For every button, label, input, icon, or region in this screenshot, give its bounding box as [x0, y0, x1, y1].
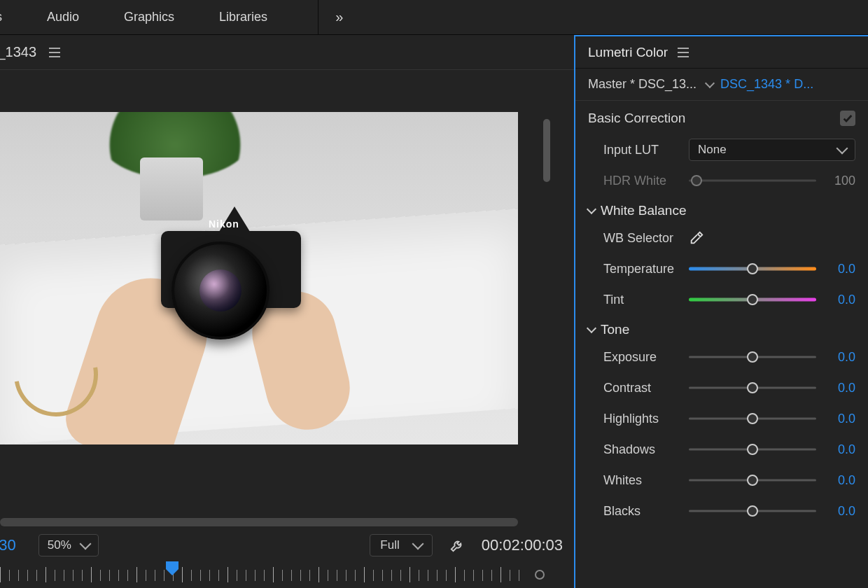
- tone-row-highlights: Highlights 0.0: [588, 403, 855, 434]
- tone-row-shadows: Shadows 0.0: [588, 434, 855, 465]
- highlights-label: Highlights: [588, 412, 680, 426]
- settings-wrench-icon[interactable]: [449, 538, 465, 553]
- contrast-label: Contrast: [588, 381, 680, 396]
- shadows-value[interactable]: 0.0: [825, 442, 855, 457]
- program-monitor-controls: 4:30 50% Full 00:02:00:03: [0, 528, 574, 563]
- workspace-tab-effects[interactable]: cts: [0, 10, 24, 24]
- blacks-value[interactable]: 0.0: [825, 504, 855, 519]
- temperature-value[interactable]: 0.0: [825, 262, 855, 276]
- camera-brand-text: Nikon: [209, 218, 239, 230]
- workspace-overflow-button[interactable]: »: [318, 9, 360, 25]
- input-lut-label: Input LUT: [588, 143, 680, 158]
- whites-label: Whites: [588, 473, 680, 488]
- disclosure-triangle-icon: [587, 323, 596, 333]
- whites-value[interactable]: 0.0: [825, 473, 855, 488]
- chevron-down-icon[interactable]: [705, 78, 715, 88]
- chevron-down-icon: [412, 538, 424, 550]
- shadows-label: Shadows: [588, 442, 680, 457]
- playback-resolution-dropdown[interactable]: Full: [370, 534, 432, 556]
- basic-correction-section: Basic Correction Input LUT None HDR Whit…: [575, 101, 868, 529]
- exposure-value[interactable]: 0.0: [825, 350, 855, 365]
- eyedropper-icon[interactable]: [689, 230, 704, 246]
- program-sequence-name[interactable]: C_1343: [0, 44, 36, 60]
- viewer-horizontal-scrollbar[interactable]: [0, 518, 540, 528]
- temperature-slider[interactable]: [689, 262, 816, 276]
- basic-correction-title[interactable]: Basic Correction: [588, 111, 685, 126]
- duration-timecode: 00:02:00:03: [482, 536, 563, 554]
- exposure-label: Exposure: [588, 350, 680, 365]
- video-frame: Nikon: [0, 112, 518, 444]
- whites-slider[interactable]: [689, 473, 816, 487]
- tone-row-blacks: Blacks 0.0: [588, 496, 855, 526]
- tone-row-contrast: Contrast 0.0: [588, 372, 855, 403]
- workspace-menubar: cts Audio Graphics Libraries »: [0, 0, 868, 35]
- disclosure-triangle-icon: [587, 204, 596, 214]
- tone-row-whites: Whites 0.0: [588, 465, 855, 496]
- ruler-end-marker[interactable]: [535, 570, 545, 580]
- chevron-down-icon: [79, 538, 91, 550]
- blacks-slider[interactable]: [689, 504, 816, 518]
- tone-header[interactable]: Tone: [588, 315, 855, 342]
- breadcrumb-clip[interactable]: DSC_1343 * D...: [720, 77, 813, 92]
- blacks-label: Blacks: [588, 504, 680, 519]
- program-monitor-panel: C_1343 Nikon: [0, 35, 574, 588]
- panel-menu-icon[interactable]: [49, 48, 60, 57]
- hdr-white-label: HDR White: [588, 174, 680, 188]
- chevron-down-icon: [836, 143, 848, 155]
- zoom-level-value: 50%: [48, 538, 71, 552]
- program-monitor-header: C_1343: [0, 35, 574, 70]
- zoom-level-dropdown[interactable]: 50%: [38, 534, 99, 556]
- input-lut-value: None: [698, 143, 727, 157]
- lumetri-color-panel: Lumetri Color Master * DSC_13... DSC_134…: [574, 35, 868, 588]
- contrast-slider[interactable]: [689, 381, 816, 395]
- shadows-slider[interactable]: [689, 442, 816, 456]
- playhead-timecode[interactable]: 4:30: [0, 536, 16, 554]
- temperature-label: Temperature: [588, 262, 680, 276]
- tint-value[interactable]: 0.0: [825, 293, 855, 307]
- tint-label: Tint: [588, 293, 680, 307]
- input-lut-dropdown[interactable]: None: [689, 139, 855, 161]
- panel-menu-icon[interactable]: [678, 48, 689, 57]
- wb-selector-label: WB Selector: [588, 231, 680, 246]
- breadcrumb-master[interactable]: Master * DSC_13...: [588, 77, 696, 92]
- workspace-tab-audio[interactable]: Audio: [24, 10, 102, 24]
- tone-row-exposure: Exposure 0.0: [588, 342, 855, 372]
- contrast-value[interactable]: 0.0: [825, 381, 855, 396]
- exposure-slider[interactable]: [689, 350, 816, 364]
- highlights-value[interactable]: 0.0: [825, 412, 855, 426]
- hdr-white-slider: [689, 174, 816, 188]
- viewer-vertical-scrollbar[interactable]: [543, 119, 550, 470]
- clip-breadcrumb: Master * DSC_13... DSC_1343 * D...: [575, 69, 868, 101]
- hdr-white-value: 100: [825, 174, 855, 188]
- playback-resolution-value: Full: [380, 538, 399, 552]
- tint-slider[interactable]: [689, 293, 816, 307]
- program-monitor-viewer[interactable]: Nikon: [0, 112, 518, 444]
- time-ruler[interactable]: [0, 563, 553, 588]
- workspace-tab-graphics[interactable]: Graphics: [102, 10, 197, 24]
- workspace-tab-libraries[interactable]: Libraries: [197, 10, 290, 24]
- basic-correction-toggle[interactable]: [840, 111, 855, 126]
- white-balance-title: White Balance: [601, 203, 687, 218]
- tone-title: Tone: [601, 322, 629, 337]
- lumetri-panel-title[interactable]: Lumetri Color: [588, 45, 668, 60]
- white-balance-header[interactable]: White Balance: [588, 196, 855, 223]
- highlights-slider[interactable]: [689, 412, 816, 426]
